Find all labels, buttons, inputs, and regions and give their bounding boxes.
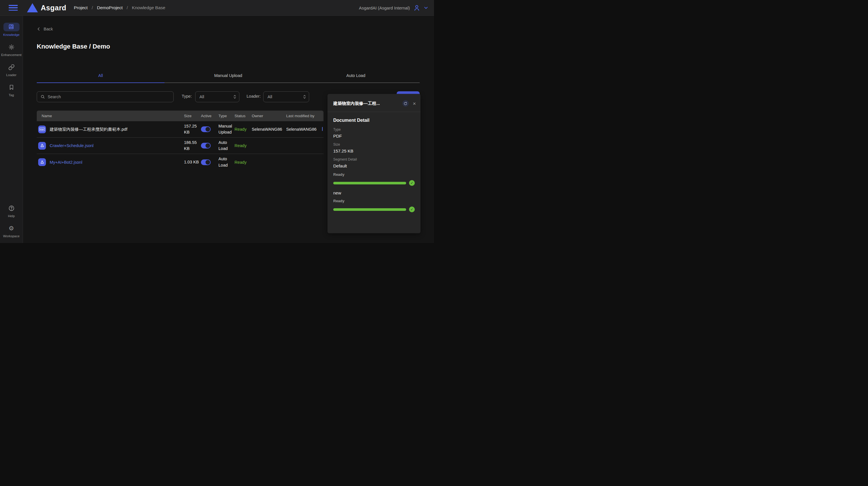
breadcrumb-knowledge-base: Knowledge Base xyxy=(132,5,165,10)
tab-manual-upload[interactable]: Manual Upload xyxy=(164,73,292,83)
breadcrumb-separator: / xyxy=(127,5,128,10)
asgard-logo-icon xyxy=(27,3,38,12)
status-badge: Ready xyxy=(235,127,252,132)
close-icon[interactable]: × xyxy=(413,101,416,106)
breadcrumb-project[interactable]: Project xyxy=(74,5,88,10)
detail-field-type: Type PDF xyxy=(333,127,415,138)
sidebar-item-label: Enhancement xyxy=(1,53,22,57)
sidebar-item-knowledge[interactable]: Knowledge xyxy=(3,23,20,36)
loader-filter-label: Loader: xyxy=(247,94,260,98)
hamburger-menu-icon[interactable] xyxy=(9,5,18,11)
refresh-icon[interactable] xyxy=(402,100,409,107)
file-name-link[interactable]: Crawler+Schedule.jsonl xyxy=(50,143,94,148)
check-circle-icon: ✓ xyxy=(409,206,415,212)
sun-icon xyxy=(3,43,20,51)
progress-bar xyxy=(333,182,406,184)
loader-filter-select[interactable]: All xyxy=(263,91,309,102)
search-box[interactable] xyxy=(37,91,174,102)
file-size: 1.03 KB xyxy=(184,159,201,165)
file-type: Auto Load xyxy=(218,140,235,152)
file-size: 186.55 KB xyxy=(184,140,201,152)
breadcrumb-demoproject[interactable]: DemoProject xyxy=(97,5,123,10)
account-chevron-down-icon[interactable] xyxy=(424,5,428,10)
type-filter-value: All xyxy=(199,94,204,99)
brand-name: Asgard xyxy=(41,4,66,12)
segment-progress-new: new Ready ✓ xyxy=(333,191,415,212)
owner-cell: SelenaWANG86 xyxy=(252,127,286,132)
book-icon xyxy=(8,24,15,30)
file-size: 157.25 KB xyxy=(184,123,201,135)
bookmark-icon xyxy=(3,83,20,92)
sidebar-item-label: Help xyxy=(8,214,15,218)
sidebar-item-tag[interactable]: Tag xyxy=(3,83,20,97)
top-bar: Asgard Project / DemoProject / Knowledge… xyxy=(0,0,434,16)
jsonl-file-icon xyxy=(38,158,46,166)
search-input[interactable] xyxy=(48,94,170,99)
check-circle-icon: ✓ xyxy=(409,180,415,186)
loader-filter-value: All xyxy=(268,94,272,99)
sidebar: Knowledge Enhancement Loader Tag Help xyxy=(0,16,23,243)
document-detail-panel: 建築物室內裝修—工程... × Document Detail Type PDF… xyxy=(328,94,421,233)
breadcrumb: Project / DemoProject / Knowledge Base xyxy=(74,5,165,10)
progress-bar xyxy=(333,208,406,211)
panel-title: 建築物室內裝修—工程... xyxy=(333,101,395,106)
type-filter-select[interactable]: All xyxy=(195,91,239,102)
sidebar-item-help[interactable]: Help xyxy=(3,204,20,218)
type-filter-label: Type: xyxy=(182,94,192,98)
table-row[interactable]: Crawler+Schedule.jsonl 186.55 KB Auto Lo… xyxy=(37,138,323,154)
documents-table: Name Size Active Type Status Owner Last … xyxy=(37,111,323,170)
tab-bar: All Manual Upload Auto Load xyxy=(37,73,420,83)
sidebar-item-label: Workspace xyxy=(3,234,20,238)
gear-icon: ⚙ xyxy=(3,224,20,233)
back-chevron-icon xyxy=(37,27,41,31)
file-type: Manual Upload xyxy=(218,123,235,135)
column-header-last-modified-by: Last modified by xyxy=(286,114,323,118)
file-name[interactable]: 建築物室內裝修—工程承攬契約書範本.pdf xyxy=(50,127,127,132)
modified-by-cell: SelenaWANG86 xyxy=(286,127,323,132)
detail-field-size: Size 157.25 KB xyxy=(333,142,415,153)
file-name-link[interactable]: My+AI+Bot2.jsonl xyxy=(50,160,82,165)
breadcrumb-separator: / xyxy=(92,5,93,10)
page-title: Knowledge Base / Demo xyxy=(37,43,110,50)
status-badge: Ready xyxy=(235,160,252,165)
active-toggle[interactable] xyxy=(201,160,211,165)
app-window: Asgard Project / DemoProject / Knowledge… xyxy=(0,0,434,243)
user-avatar-icon[interactable] xyxy=(413,4,420,11)
help-circle-icon xyxy=(3,204,20,212)
panel-section-title: Document Detail xyxy=(333,118,415,123)
column-header-active: Active xyxy=(201,114,218,118)
segment-progress-default: Ready ✓ xyxy=(333,172,415,186)
tab-auto-load[interactable]: Auto Load xyxy=(292,73,420,83)
select-updown-icon xyxy=(234,94,236,99)
table-row[interactable]: My+AI+Bot2.jsonl 1.03 KB Auto Load Ready xyxy=(37,154,323,170)
sidebar-item-loader[interactable]: Loader xyxy=(3,63,20,77)
status-badge: Ready xyxy=(235,143,252,148)
column-header-size: Size xyxy=(184,114,201,118)
table-header-row: Name Size Active Type Status Owner Last … xyxy=(37,111,323,121)
file-type: Auto Load xyxy=(218,156,235,168)
active-toggle[interactable] xyxy=(201,143,211,148)
sidebar-item-label: Knowledge xyxy=(3,33,20,36)
sidebar-item-enhancement[interactable]: Enhancement xyxy=(1,43,22,57)
sidebar-item-label: Loader xyxy=(6,73,17,77)
jsonl-file-icon xyxy=(38,142,46,150)
select-updown-icon xyxy=(303,94,306,99)
truncated-action-indicator xyxy=(322,127,323,131)
link-icon xyxy=(3,63,20,72)
sidebar-item-label: Tag xyxy=(9,93,14,97)
detail-field-segment-detail: Segment Detail Default xyxy=(333,158,415,168)
sidebar-item-workspace[interactable]: ⚙ Workspace xyxy=(3,224,20,238)
table-row[interactable]: PDF 建築物室內裝修—工程承攬契約書範本.pdf 157.25 KB Manu… xyxy=(37,121,323,138)
column-header-type: Type xyxy=(218,114,235,118)
column-header-owner: Owner xyxy=(252,114,286,118)
active-toggle[interactable] xyxy=(201,126,211,132)
tab-all[interactable]: All xyxy=(37,73,164,83)
back-label: Back xyxy=(43,27,53,31)
pdf-file-icon: PDF xyxy=(38,125,46,133)
active-item-pill xyxy=(3,23,20,31)
back-button[interactable]: Back xyxy=(37,27,53,31)
column-header-name: Name xyxy=(37,114,184,118)
column-header-status: Status xyxy=(235,114,252,118)
account-label: AsgardAI (Asgard Internal) xyxy=(359,5,410,10)
search-icon xyxy=(40,94,45,99)
